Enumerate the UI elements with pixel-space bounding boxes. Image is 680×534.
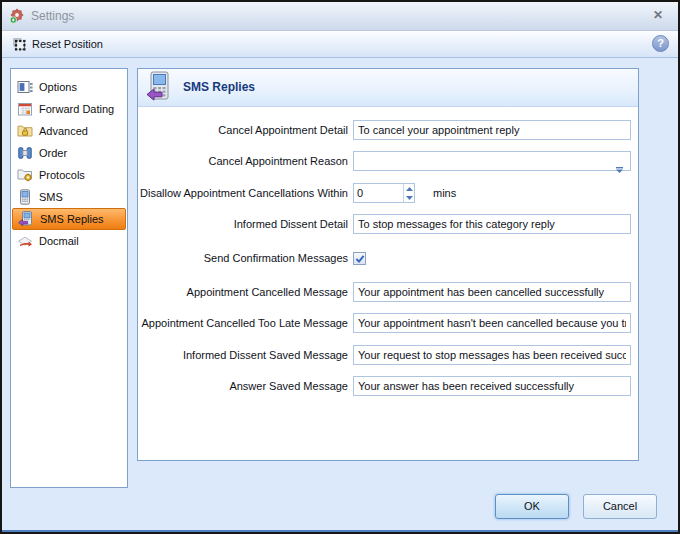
sidebar-item-forward-dating[interactable]: Forward Dating <box>12 98 126 120</box>
help-button[interactable]: ? <box>652 35 669 52</box>
answer-saved-input[interactable] <box>353 376 631 396</box>
window-title: Settings <box>31 9 74 23</box>
informed-dissent-detail-label: Informed Dissent Detail <box>138 218 348 230</box>
form-row-appointment-cancelled: Appointment Cancelled Message <box>138 282 631 302</box>
sidebar-item-label: SMS <box>39 191 63 203</box>
form-row-informed-dissent-detail: Informed Dissent Detail <box>138 214 631 234</box>
options-icon <box>17 79 33 95</box>
panel-title: SMS Replies <box>183 69 255 105</box>
disallow-within-spinner <box>353 183 415 203</box>
sidebar-item-label: Docmail <box>39 235 79 247</box>
form-row-appointment-cancelled-too-late: Appointment Cancelled Too Late Message <box>138 313 631 333</box>
folder-lock-icon <box>17 123 33 139</box>
send-confirmation-label: Send Confirmation Messages <box>138 252 348 264</box>
cancel-appointment-reason-select[interactable] <box>353 151 631 171</box>
check-icon <box>354 253 366 265</box>
form-row-cancel-appointment-detail: Cancel Appointment Detail <box>138 120 631 140</box>
settings-window: Settings ✕ Reset Position ? <box>0 0 680 534</box>
calendar-icon <box>17 101 33 117</box>
sms-replies-panel: SMS Replies Cancel Appointment Detail Ca… <box>137 68 639 461</box>
mail-arrow-icon <box>17 233 33 249</box>
sidebar-item-protocols[interactable]: Protocols <box>12 164 126 186</box>
sidebar-item-label: Forward Dating <box>39 103 114 115</box>
cancel-appointment-reason-label: Cancel Appointment Reason <box>138 155 348 167</box>
sidebar-item-advanced[interactable]: Advanced <box>12 120 126 142</box>
mins-suffix-label: mins <box>433 187 456 199</box>
send-confirmation-checkbox[interactable] <box>353 252 366 265</box>
sidebar-item-order[interactable]: Order <box>12 142 126 164</box>
form-row-disallow-within: Disallow Appointment Cancellations Withi… <box>138 183 456 203</box>
form-row-informed-dissent-saved: Informed Dissent Saved Message <box>138 345 631 365</box>
spinner-up-button[interactable] <box>404 184 414 193</box>
reset-position-icon <box>11 36 27 52</box>
appointment-cancelled-too-late-input[interactable] <box>353 313 631 333</box>
close-icon[interactable]: ✕ <box>646 6 670 25</box>
sidebar-item-docmail[interactable]: Docmail <box>12 230 126 252</box>
appointment-cancelled-input[interactable] <box>353 282 631 302</box>
folder-gear-icon <box>17 167 33 183</box>
sidebar-item-label: Order <box>39 147 67 159</box>
sidebar-item-label: Advanced <box>39 125 88 137</box>
chevron-down-icon <box>615 159 624 165</box>
form-row-answer-saved: Answer Saved Message <box>138 376 631 396</box>
cancel-appointment-detail-label: Cancel Appointment Detail <box>138 124 348 136</box>
panel-header: SMS Replies <box>138 69 638 107</box>
toolbar: Reset Position ? <box>2 31 678 58</box>
informed-dissent-saved-input[interactable] <box>353 345 631 365</box>
sidebar-item-options[interactable]: Options <box>12 76 126 98</box>
spinner-down-button[interactable] <box>404 193 414 202</box>
sidebar: Options Forward Dating Ad <box>10 68 128 488</box>
cancel-appointment-detail-input[interactable] <box>353 120 631 140</box>
sidebar-item-sms-replies[interactable]: SMS Replies <box>12 208 126 230</box>
answer-saved-label: Answer Saved Message <box>138 380 348 392</box>
informed-dissent-detail-input[interactable] <box>353 214 631 234</box>
disallow-within-input[interactable] <box>354 184 403 202</box>
sidebar-item-sms[interactable]: SMS <box>12 186 126 208</box>
ok-button[interactable]: OK <box>495 494 569 519</box>
spinner-buttons <box>403 184 414 202</box>
sidebar-item-label: Protocols <box>39 169 85 181</box>
reset-position-label: Reset Position <box>32 38 103 50</box>
sms-replies-icon <box>146 71 176 105</box>
sidebar-item-label: Options <box>39 81 77 93</box>
reset-position-button[interactable]: Reset Position <box>7 34 110 54</box>
order-icon <box>17 145 33 161</box>
form-row-send-confirmation: Send Confirmation Messages <box>138 248 366 268</box>
appointment-cancelled-label: Appointment Cancelled Message <box>138 286 348 298</box>
sidebar-item-label: SMS Replies <box>40 213 104 225</box>
title-bar: Settings ✕ <box>2 2 678 31</box>
settings-gear-icon <box>9 8 25 24</box>
form-row-cancel-appointment-reason: Cancel Appointment Reason <box>138 151 631 171</box>
phone-icon <box>17 189 33 205</box>
disallow-within-label: Disallow Appointment Cancellations Withi… <box>138 187 348 199</box>
appointment-cancelled-too-late-label: Appointment Cancelled Too Late Message <box>138 317 348 329</box>
phone-reply-icon <box>18 211 34 227</box>
cancel-button[interactable]: Cancel <box>583 494 657 519</box>
informed-dissent-saved-label: Informed Dissent Saved Message <box>138 349 348 361</box>
